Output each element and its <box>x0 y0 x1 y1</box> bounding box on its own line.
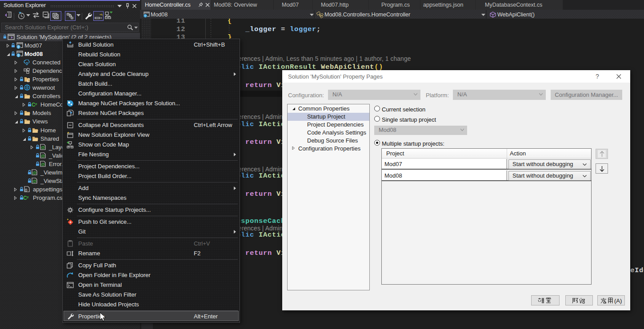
svg-text:@: @ <box>41 145 45 150</box>
svg-text:@: @ <box>41 153 45 158</box>
svg-text:#: # <box>35 102 37 106</box>
svg-text:#: # <box>27 195 29 199</box>
svg-text:@: @ <box>32 178 36 183</box>
svg-text:{}: {} <box>25 188 28 192</box>
svg-text:@: @ <box>41 162 45 166</box>
svg-text:@: @ <box>32 170 36 175</box>
